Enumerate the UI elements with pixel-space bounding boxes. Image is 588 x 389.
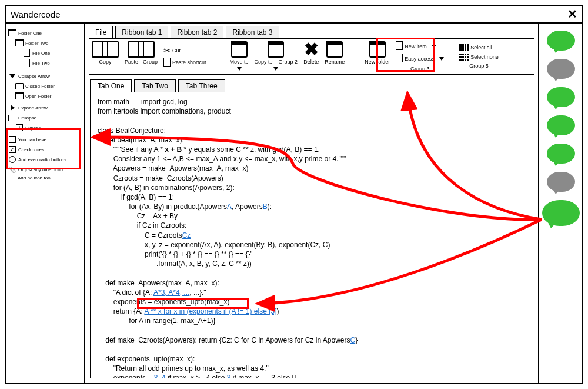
select-all-button[interactable]: Select all [459,44,499,51]
clipboard-group: Cut Paste shortcut [163,41,206,72]
chat-bubble-icon[interactable] [547,115,575,135]
rename-button[interactable]: Rename [325,41,345,72]
close-icon[interactable]: ✕ [567,7,577,21]
tree-item-folder-one[interactable]: Folder One [8,29,82,37]
chevron-down-icon [8,72,16,80]
new-item-button[interactable]: New item [396,41,444,51]
checkbox-icon [8,145,16,154]
move-to-button[interactable]: Move to [230,41,249,72]
chevron-down-icon [273,66,278,72]
tree-item-no-icon[interactable]: And no icon too [18,175,82,181]
ribbon-tabs: File Ribbon tab 1 Ribbon tab 2 Ribbon ta… [85,24,538,38]
paste-shortcut-button[interactable]: Paste shortcut [163,58,206,68]
tree-item-folder-two[interactable]: Folder Two [15,39,82,47]
folder-icon [369,41,386,58]
folder-icon [268,41,284,58]
paperclip-icon [8,165,16,174]
tree-item-collapse[interactable]: Collapse [8,114,82,122]
ribbon-label: Delete [303,59,319,65]
ribbon-tab-1[interactable]: Ribbon tab 1 [115,26,168,38]
tree-label: Or just any other icon [18,167,63,172]
ribbon-label: New item [405,44,427,49]
scissors-icon [163,46,171,55]
code-editor[interactable]: from math import gcd, log from itertools… [90,92,533,378]
delete-button[interactable]: ✖ Delete [303,41,319,72]
document-icon [102,41,119,58]
tree-item-file-two[interactable]: File Two [22,59,82,67]
radio-icon [8,155,16,164]
chat-bubble-icon[interactable] [547,59,575,79]
main-area: Folder One Folder Two File One File Two … [6,24,582,383]
document-icon [396,41,403,51]
tree-label: Folder Two [25,41,48,46]
ribbon-label: Copy to [255,59,273,65]
ribbon-label: Group 3 [396,66,444,72]
ribbon-tab-file[interactable]: File [89,26,113,38]
tree-item-radio[interactable]: And even radio buttons [8,155,82,164]
ribbon-label: New folder [365,59,390,65]
new-group: New item Easy access Group 3 [396,41,444,72]
tree-label: Open Folder [25,94,51,99]
content: File Ribbon tab 1 Ribbon tab 2 Ribbon ta… [85,24,538,383]
collapse-icon [8,114,16,122]
new-folder-button[interactable]: New folder [365,41,390,72]
app-window: Wandercode ✕ Folder One Folder Two File … [5,5,583,384]
doc-tab-two[interactable]: Tab Two [134,79,175,92]
doc-tab-three[interactable]: Tab Three [178,79,225,92]
grid-icon [459,44,469,51]
chevron-right-icon [8,104,16,112]
copy-to-button[interactable]: Copy toGroup 2 [255,41,298,72]
folder-open-icon [15,92,24,100]
chevron-down-icon [439,56,444,62]
paste-button[interactable]: PasteGroup [125,41,158,72]
window-title: Wandercode [11,9,61,19]
tree-item-collapse-arrow[interactable]: Collapse Arrow [8,72,82,80]
chevron-down-icon [237,66,242,72]
tree-item-expand[interactable]: Expand [15,124,82,132]
ribbon-label: Group 2 [279,59,298,65]
ribbon-label: Cut [172,48,181,54]
folder-icon [326,41,343,58]
ribbon-label: Group 5 [459,63,499,69]
tree-label: And even radio buttons [18,157,66,162]
select-none-button[interactable]: Select none [459,54,499,61]
tree-label: And no icon too [18,175,51,181]
tree-label: Closed Folder [25,84,55,89]
chat-bubble-icon[interactable] [547,172,575,192]
chat-rail [538,24,582,383]
folder-icon [15,82,24,90]
copy-button[interactable]: Copy [92,41,119,72]
ribbon-label: Group [143,59,158,65]
ribbon: Copy PasteGroup Cut Paste shortcut M [89,38,534,75]
chat-bubble-icon[interactable] [547,144,575,164]
tree-item-checkboxes[interactable]: Checkboxes [8,145,82,154]
chat-bubble-icon[interactable] [547,87,575,107]
ribbon-label: Paste [125,59,138,65]
ribbon-label: Select all [470,45,492,51]
tree-item-you-can-have[interactable]: You can have [8,135,82,144]
ribbon-label: Paste shortcut [172,59,206,65]
document-tabs: Tab One Tab Two Tab Three [85,75,538,92]
easy-access-button[interactable]: Easy access [396,54,444,64]
chat-bubble-icon[interactable] [547,31,575,51]
tree-item-closed-folder[interactable]: Closed Folder [15,82,82,90]
expand-plus-icon [15,124,24,132]
tree-item-any-icon[interactable]: Or just any other icon [8,165,82,174]
tree-item-expand-arrow[interactable]: Expand Arrow [8,104,82,112]
file-icon [22,49,31,57]
folder-open-icon [8,29,16,37]
ribbon-tab-3[interactable]: Ribbon tab 3 [226,26,279,38]
tree-item-file-one[interactable]: File One [22,49,82,57]
box-icon [8,135,16,144]
doc-tab-one[interactable]: Tab One [90,79,132,92]
document-icon [138,41,155,58]
ribbon-tab-2[interactable]: Ribbon tab 2 [171,26,223,38]
tree-label: Folder One [18,31,42,36]
ribbon-label: Copy [99,59,111,65]
delete-x-icon: ✖ [304,41,319,58]
tree-label: Collapse Arrow [18,74,50,79]
cut-button[interactable]: Cut [163,46,206,55]
tree-item-open-folder[interactable]: Open Folder [15,92,82,100]
document-icon [396,54,403,64]
chat-bubble-icon[interactable] [542,200,580,226]
